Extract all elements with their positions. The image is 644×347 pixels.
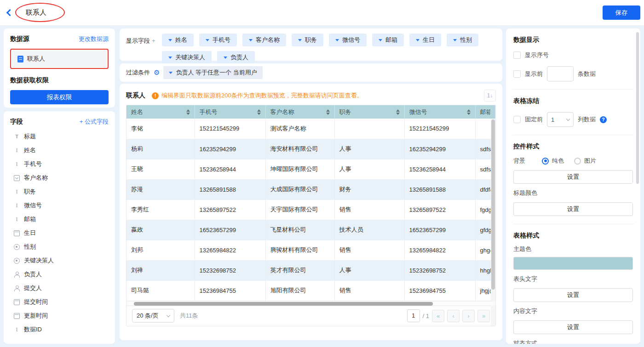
table-cell: 刘邦 <box>126 240 195 260</box>
page-number-input[interactable]: 1 <box>407 309 420 322</box>
field-item[interactable]: 关键决策人 <box>10 254 109 267</box>
gear-icon[interactable]: ⚙ <box>154 68 160 77</box>
column-header[interactable]: 邮箱 <box>475 105 495 119</box>
field-item[interactable]: 负责人 <box>10 267 109 281</box>
display-field-chip[interactable]: 客户名称 <box>242 34 286 46</box>
display-field-chip[interactable]: 生日 <box>409 34 441 46</box>
first-page-button[interactable]: « <box>432 310 444 322</box>
field-label: 微信号 <box>24 201 42 210</box>
table-row: 刘邦13265984822腾骏材料有限公司销售13265984822ghg@16 <box>126 240 495 260</box>
sort-arrows-icon[interactable] <box>257 109 261 115</box>
horizontal-scrollbar-thumb[interactable] <box>134 302 433 306</box>
sort-arrows-icon[interactable] <box>326 109 330 115</box>
chip-label: 邮箱 <box>385 36 397 44</box>
table-cell: 销售 <box>334 280 404 301</box>
table-cell: 13265891588 <box>404 179 475 199</box>
data-table: 姓名手机号客户名称职务微信号邮箱 李铭152121545299测试客户名称152… <box>126 105 496 326</box>
sort-arrows-icon[interactable] <box>396 109 400 115</box>
display-field-chip[interactable]: 职务 <box>292 34 323 46</box>
solid-color-radio-option[interactable]: 纯色 <box>542 157 564 165</box>
radio-selected-icon[interactable] <box>542 158 549 165</box>
save-button[interactable]: 保存 <box>603 6 640 20</box>
chevron-down-icon <box>168 39 172 41</box>
column-header[interactable]: 微信号 <box>404 105 475 119</box>
change-datasource-link[interactable]: 更改数据源 <box>79 35 109 43</box>
field-item[interactable]: 客户名称 <box>10 171 109 185</box>
sort-order-button[interactable]: 1↓ <box>484 90 496 102</box>
radio-icon <box>14 258 20 264</box>
chevron-down-icon <box>224 57 227 59</box>
back-icon[interactable] <box>6 9 14 17</box>
chevron-down-icon <box>416 39 420 41</box>
radio-unselected-icon[interactable] <box>574 158 581 165</box>
theme-color-swatch[interactable] <box>513 257 633 270</box>
content-text-set-button[interactable]: 设置 <box>513 320 633 334</box>
filter-condition-chip[interactable]: 负责人 等于任意一个 当前用户 <box>163 66 262 79</box>
image-radio-option[interactable]: 图片 <box>574 157 596 165</box>
field-item[interactable]: 更新时间 <box>10 309 109 323</box>
table-row: 王晓15236258944坤曜国际有限公司人事15236258944sdfs@1 <box>126 159 495 179</box>
content-text-label: 内容文字 <box>513 307 633 315</box>
freeze-checkbox[interactable] <box>513 116 521 123</box>
display-field-chip[interactable]: 手机号 <box>199 34 237 46</box>
field-item[interactable]: 提交人 <box>10 281 109 295</box>
show-first-row: 显示前 条数据 <box>513 66 633 81</box>
sort-arrows-icon[interactable] <box>467 109 471 115</box>
page-size-select[interactable]: 20 条/页 <box>132 309 174 323</box>
display-field-chip[interactable]: 关键决策人 <box>162 51 212 64</box>
background-set-button[interactable]: 设置 <box>513 170 633 184</box>
show-index-row: 显示序号 <box>513 51 633 59</box>
field-item[interactable]: I数据ID <box>10 323 109 336</box>
vertical-scrollbar[interactable] <box>491 119 495 326</box>
table-cell: 李秀红 <box>126 199 195 220</box>
show-first-label: 显示前 <box>525 70 543 78</box>
help-icon[interactable]: ? <box>600 116 607 123</box>
row-limit-input[interactable] <box>547 66 574 81</box>
table-cell: 16235294299 <box>404 139 475 159</box>
column-header[interactable]: 姓名 <box>126 105 195 119</box>
display-field-chip[interactable]: 微信号 <box>329 34 367 46</box>
display-field-chip[interactable]: 邮箱 <box>372 34 404 46</box>
display-field-chip[interactable]: 性别 <box>447 34 478 46</box>
table-cell: 测试客户名称 <box>265 119 334 139</box>
field-item[interactable]: I邮箱 <box>10 212 109 226</box>
show-index-checkbox[interactable] <box>513 51 521 59</box>
field-item[interactable]: 生日 <box>10 226 109 240</box>
panel-scrollbar-thumb[interactable] <box>636 32 639 184</box>
horizontal-scrollbar[interactable] <box>126 301 495 306</box>
field-item[interactable]: I姓名 <box>10 143 109 157</box>
field-item[interactable]: I手机号 <box>10 157 109 171</box>
datasource-item-contacts[interactable]: 联系人 <box>12 51 107 67</box>
header-text-set-button[interactable]: 设置 <box>513 288 633 302</box>
table-row: 司马懿15236984755旭阳有限公司销售15236984755jhgj@16 <box>126 280 495 301</box>
report-permission-button[interactable]: 报表权限 <box>10 90 109 104</box>
title-color-set-button[interactable]: 设置 <box>513 202 633 216</box>
field-item[interactable]: I职务 <box>10 185 109 199</box>
display-field-chip[interactable]: 姓名 <box>162 34 194 46</box>
field-item[interactable]: 提交时间 <box>10 295 109 309</box>
data-display-title: 数据显示 <box>513 36 633 44</box>
add-display-field-button[interactable]: + <box>152 37 155 44</box>
text-icon: I <box>14 161 20 167</box>
column-header[interactable]: 职务 <box>334 105 404 119</box>
theme-color-label: 主题色 <box>513 245 633 253</box>
title-icon: T <box>14 134 20 140</box>
vertical-scrollbar-thumb[interactable] <box>491 119 495 290</box>
field-item[interactable]: I微信号 <box>10 199 109 212</box>
show-index-label: 显示序号 <box>525 51 549 59</box>
display-field-chip[interactable]: 负责人 <box>217 51 255 64</box>
last-page-button[interactable]: » <box>477 310 490 322</box>
next-page-button[interactable]: › <box>462 310 475 322</box>
column-header[interactable]: 客户名称 <box>265 105 334 119</box>
field-item[interactable]: T标题 <box>10 130 109 143</box>
column-header[interactable]: 手机号 <box>195 105 265 119</box>
field-item[interactable]: 性别 <box>10 240 109 254</box>
prev-page-button[interactable]: ‹ <box>447 310 460 322</box>
sort-arrows-icon[interactable] <box>186 109 190 115</box>
select-icon <box>14 175 20 181</box>
freeze-count-select[interactable]: 1 <box>547 112 574 127</box>
add-formula-field-link[interactable]: + 公式字段 <box>80 118 109 126</box>
table-cell: 13265891588 <box>195 179 265 199</box>
table-cell: 海安材料有限公司 <box>265 139 334 159</box>
show-first-checkbox[interactable] <box>513 70 521 78</box>
